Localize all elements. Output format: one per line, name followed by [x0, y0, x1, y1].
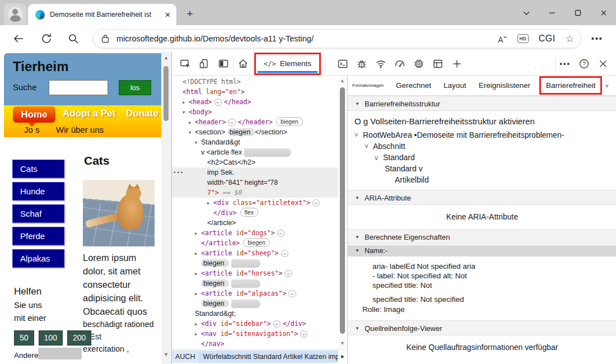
chevron-down-icon[interactable]: ˅ — [605, 82, 609, 89]
hd-badge-icon[interactable]: HD — [517, 34, 529, 43]
donate-amount-200[interactable]: 200 — [67, 330, 91, 346]
chevron-icon[interactable]: v — [375, 152, 383, 163]
nav-item-home[interactable]: Home — [13, 106, 55, 123]
breadcrumb-root[interactable]: AUCH — [172, 351, 198, 363]
expand-icon[interactable]: ▶ — [195, 228, 201, 238]
dom-tree-row[interactable]: ▶<div id="sidebar">…</div> — [172, 319, 338, 329]
expand-icon[interactable]: ▶ — [195, 269, 201, 278]
dom-tree-row[interactable]: biegen — [172, 278, 338, 288]
application-icon[interactable] — [432, 58, 444, 69]
network-conditions-icon[interactable] — [375, 58, 386, 69]
dom-tree-row[interactable]: </article> — [172, 218, 338, 228]
scroll-up-icon[interactable]: ▲ — [164, 55, 169, 60]
lock-icon[interactable] — [101, 34, 109, 43]
donate-amount-100[interactable]: 100 — [39, 330, 63, 346]
performance-icon[interactable] — [394, 58, 405, 69]
expand-icon[interactable]: ▶ — [195, 329, 201, 339]
elements-scrollbar[interactable]: ▲ ▼ — [338, 76, 347, 348]
dom-tree-row[interactable]: ▶<div class="articletext">… — [172, 198, 338, 208]
breadcrumb-selected[interactable]: Würfelabschnitt Standard Artikel Katzen … — [198, 351, 338, 363]
nav-item-jo-s[interactable]: Jo s — [24, 125, 40, 134]
home-icon[interactable] — [237, 58, 249, 69]
section-accessibility-tree[interactable]: ▼Barrierefreiheitsstruktur — [348, 96, 616, 111]
help-icon[interactable]: ? — [578, 58, 590, 69]
expand-icon[interactable]: ▶ — [195, 289, 201, 298]
dom-tree-row[interactable]: ▶<nav id="sitenavigation">… — [172, 329, 338, 339]
dom-tree-row[interactable]: ▶<article id="dogs">… — [172, 228, 338, 238]
page-scrollbar[interactable]: ▲ ▼ — [161, 52, 171, 364]
ellipsis-pill-icon[interactable]: … — [228, 119, 235, 126]
refresh-icon[interactable] — [40, 32, 53, 45]
dom-tree-row[interactable]: ▶<article id="sheep">… — [172, 248, 338, 258]
tab-barrierefreiheit[interactable]: Barrierefreiheit — [539, 76, 603, 95]
nav-item-donate[interactable]: Donate — [126, 108, 158, 119]
close-window-icon[interactable] — [599, 8, 608, 17]
a11y-node-standard[interactable]: vStandard — [348, 152, 616, 163]
animal-button-hunde[interactable]: Hunde — [12, 182, 64, 200]
ellipsis-pill-icon[interactable]: … — [273, 320, 281, 328]
ellipsis-pill-icon[interactable]: … — [214, 99, 222, 106]
dom-tree-row[interactable]: v <article flex — [172, 147, 338, 157]
dom-tree-row[interactable]: <html lang="en"> — [172, 87, 338, 97]
dom-tree-row[interactable]: •••imp Sek. — [172, 167, 338, 178]
donation-other-input[interactable] — [38, 348, 82, 360]
breadcrumb-next-icon[interactable]: ▶ — [338, 354, 347, 359]
ellipsis-pill-icon[interactable]: … — [300, 330, 307, 338]
dom-tree-row[interactable]: ▼Standard&gt — [172, 137, 338, 147]
memory-icon[interactable] — [413, 58, 424, 69]
more-tools-plus-icon[interactable] — [451, 58, 463, 69]
scroll-down-icon[interactable]: ▼ — [340, 340, 345, 346]
ellipsis-pill-icon[interactable]: … — [312, 199, 320, 207]
dom-tree-row[interactable]: <h2>Cats</h2> — [172, 157, 338, 167]
dom-tree-row[interactable]: width-"841" height="78 — [172, 178, 338, 188]
dom-tree-row[interactable]: ▼<body> — [172, 107, 338, 117]
back-icon[interactable] — [12, 32, 25, 45]
animal-button-schaf[interactable]: Schaf — [12, 204, 64, 223]
collapse-icon[interactable]: ▼ — [189, 128, 195, 137]
browser-settings-more-icon[interactable]: ••• — [591, 34, 603, 43]
browser-tab[interactable]: Demoseite mit Barrierefreiheit ist ✕ — [28, 4, 176, 25]
enable-fullpage-a11y-row[interactable]: O g Vollseiten-Barrierefreiheitsstruktur… — [348, 111, 616, 129]
read-aloud-icon[interactable]: A⌁ — [498, 33, 507, 44]
search-go-button[interactable]: los — [119, 80, 151, 95]
scrollbar-thumb[interactable] — [164, 66, 169, 121]
expand-icon[interactable]: ▶ — [183, 97, 189, 107]
computed-name-row[interactable]: ▼Name:- — [348, 245, 616, 256]
dom-tree-row[interactable]: </nav> — [172, 339, 338, 349]
ellipsis-pill-icon[interactable]: … — [281, 250, 288, 257]
nav-item-wir-ber-uns[interactable]: Wir über uns — [56, 125, 104, 134]
device-emulation-icon[interactable] — [199, 58, 210, 69]
layout-badge[interactable]: biegen — [243, 238, 270, 247]
dom-tree-row[interactable]: ▼<section> biegen</section> — [172, 127, 338, 137]
url-text[interactable]: microsoftedge.github.io/Demos/devtools-a… — [116, 34, 498, 43]
devtools-more-icon[interactable]: ••• — [559, 59, 571, 68]
page-search-input[interactable] — [49, 80, 108, 95]
minimize-icon[interactable] — [548, 8, 557, 17]
issues-bug-icon[interactable] — [356, 58, 367, 69]
a11y-node-abschnitt[interactable]: ˅Abschnitt — [348, 141, 616, 152]
animal-button-pferde[interactable]: Pferde — [12, 227, 64, 245]
dom-tree-row[interactable]: biegen — [172, 298, 338, 309]
close-devtools-icon[interactable] — [598, 58, 609, 69]
address-bar[interactable]: microsoftedge.github.io/Demos/devtools-a… — [93, 29, 581, 48]
profile-initials-label[interactable]: CGI — [539, 34, 556, 44]
dom-tree-row[interactable]: </article>biegen — [172, 238, 338, 248]
new-tab-button[interactable]: + — [184, 8, 196, 20]
section-aria-attributes[interactable]: ▼ARIA-Attribute — [348, 190, 616, 205]
collapse-icon[interactable]: ▼ — [183, 108, 189, 117]
dom-tree-row[interactable]: ▶<article id="alpacas">… — [172, 288, 338, 298]
chevron-icon[interactable]: ˅ — [365, 141, 373, 152]
ellipsis-pill-icon[interactable]: … — [288, 290, 296, 297]
tab-gerechnet[interactable]: Gerechnet — [396, 81, 431, 90]
inspect-element-icon[interactable] — [180, 58, 191, 69]
ellipsis-pill-icon[interactable]: … — [284, 270, 292, 277]
animal-button-alpakas[interactable]: Alpakas — [12, 249, 64, 268]
favorite-star-icon[interactable]: ☆ — [566, 33, 574, 45]
expand-icon[interactable]: ▶ — [207, 198, 213, 208]
a11y-node-standard-v[interactable]: Standard v — [348, 163, 616, 174]
chevron-icon[interactable]: ˅ — [354, 130, 363, 141]
dom-tree-row[interactable]: biegen — [172, 258, 338, 268]
layout-badge[interactable]: biegen — [276, 117, 303, 126]
expand-icon[interactable]: ▶ — [189, 118, 195, 127]
tab-close-icon[interactable]: ✕ — [165, 11, 171, 19]
